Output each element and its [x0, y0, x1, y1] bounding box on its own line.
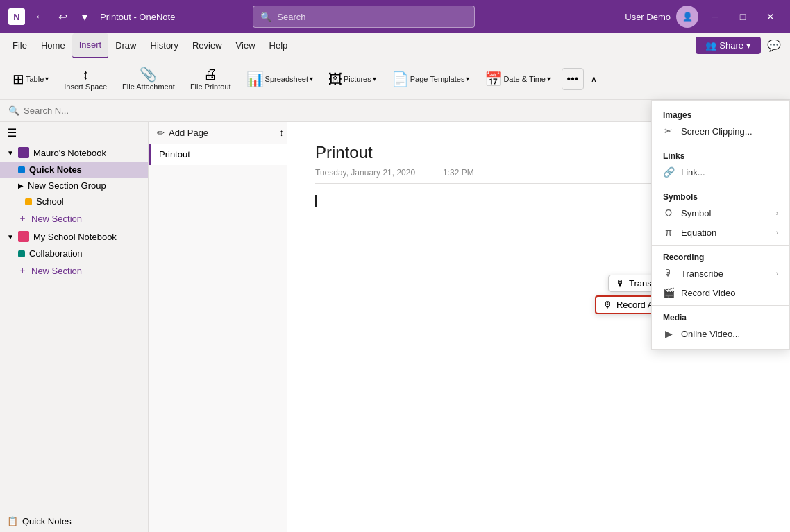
dropdown-online-video[interactable]: ▶ Online Video... — [652, 324, 789, 343]
bottom-icon: 📋 — [7, 516, 18, 526]
screen-clipping-label: Screen Clipping... — [681, 126, 753, 137]
title-bar-right: User Demo 👤 ─ □ ✕ — [625, 6, 782, 28]
share-button[interactable]: 👥 Share ▾ — [696, 37, 761, 54]
title-controls-left: ← ↩ ▾ — [31, 7, 94, 26]
title-search-box[interactable]: 🔍 — [253, 6, 475, 28]
menu-help[interactable]: Help — [262, 33, 295, 58]
menu-view[interactable]: View — [229, 33, 262, 58]
bottom-label: Quick Notes — [22, 516, 72, 526]
dropdown-transcribe[interactable]: 🎙 Transcribe › — [652, 264, 789, 283]
back-button[interactable]: ← — [31, 7, 50, 26]
separator-3 — [652, 245, 789, 246]
ribbon-file-printout[interactable]: 🖨 File Printout — [183, 61, 238, 97]
search-input[interactable] — [277, 12, 467, 22]
app-logo: N — [8, 8, 25, 25]
table-icon: ⊞ — [12, 72, 24, 86]
ribbon-page-templates[interactable]: 📄 Page Templates ▾ — [385, 61, 477, 97]
menu-insert[interactable]: Insert — [72, 33, 109, 58]
quick-notes-dot — [18, 166, 25, 173]
collaboration-dot — [18, 250, 25, 257]
collaboration-label: Collaboration — [29, 248, 83, 259]
close-button[interactable]: ✕ — [759, 6, 782, 28]
logo-text: N — [13, 12, 19, 22]
ribbon-file-attachment[interactable]: 📎 File Attachment — [115, 61, 182, 97]
equation-arrow: › — [776, 229, 778, 237]
ribbon: ⊞ Table ▾ ↕ Insert Space 📎 File Attachme… — [0, 58, 790, 100]
ribbon-table[interactable]: ⊞ Table ▾ — [6, 61, 56, 97]
sidebar-bottom-quick-notes[interactable]: 📋 Quick Notes — [0, 510, 148, 532]
dropdown-link[interactable]: 🔗 Link... — [652, 162, 789, 182]
separator-4 — [652, 305, 789, 306]
file-attachment-label: File Attachment — [122, 83, 175, 91]
dropdown-recording-title: Recording — [652, 248, 789, 264]
transcribe-label: Transcribe — [681, 268, 723, 279]
sidebar-item-school[interactable]: School — [0, 194, 148, 209]
dropdown-screen-clipping[interactable]: ✂ Screen Clipping... — [652, 121, 789, 141]
new-section-group-label: New Section Group — [28, 180, 106, 191]
page-templates-label: Page Templates — [410, 75, 465, 83]
sidebar-item-new-section-group[interactable]: ▶ New Section Group — [0, 178, 148, 194]
page-item-label: Printout — [159, 149, 190, 160]
redo-dropdown-button[interactable]: ▾ — [75, 7, 94, 26]
page-templates-dropdown-arrow: ▾ — [466, 75, 469, 83]
title-bar: N ← ↩ ▾ Printout - OneNote 🔍 User Demo 👤… — [0, 0, 790, 33]
dropdown-equation[interactable]: π Equation › — [652, 223, 789, 242]
minimize-button[interactable]: ─ — [704, 6, 726, 28]
username: User Demo — [625, 12, 671, 22]
dropdown-symbol[interactable]: Ω Symbol › — [652, 203, 789, 223]
pages-panel-header: ✏ Add Page ↕ — [149, 122, 287, 144]
section-search-input[interactable] — [24, 105, 162, 116]
ribbon-insert-space[interactable]: ↕ Insert Space — [57, 61, 114, 97]
menu-file[interactable]: File — [6, 33, 34, 58]
pages-panel: ✏ Add Page ↕ Printout — [149, 122, 287, 532]
page-item-printout[interactable]: Printout — [149, 144, 287, 165]
ribbon-pictures[interactable]: 🖼 Pictures ▾ — [321, 61, 383, 97]
more-icon: ••• — [567, 73, 579, 85]
share-icon: 👥 — [705, 40, 716, 51]
quick-notes-label: Quick Notes — [29, 164, 82, 175]
sidebar-item-quick-notes[interactable]: Quick Notes — [0, 162, 148, 178]
sidebar-toggle[interactable]: ☰ — [0, 122, 148, 144]
notebook-mauros[interactable]: ▼ Mauro's Notebook — [0, 144, 148, 162]
menu-share-area: 👥 Share ▾ 💬 — [696, 35, 784, 56]
undo-button[interactable]: ↩ — [53, 7, 72, 26]
add-page-button[interactable]: ✏ Add Page — [149, 122, 217, 144]
sidebar-item-collaboration[interactable]: Collaboration — [0, 246, 148, 261]
menu-history[interactable]: History — [144, 33, 185, 58]
dropdown-record-video[interactable]: 🎬 Record Video — [652, 283, 789, 302]
notebook-school-icon — [18, 231, 29, 242]
menu-review[interactable]: Review — [185, 33, 229, 58]
pictures-icon: 🖼 — [328, 72, 342, 86]
date-time-label: Date & Time — [503, 75, 546, 83]
ribbon-more-button[interactable]: ••• — [562, 68, 584, 90]
maximize-button[interactable]: □ — [732, 6, 754, 28]
sidebar-item-new-section-1[interactable]: ＋ New Section — [0, 209, 148, 228]
pictures-dropdown-arrow: ▾ — [373, 75, 376, 83]
date-time-dropdown-arrow: ▾ — [547, 75, 551, 83]
sidebar-item-new-section-2[interactable]: ＋ New Section — [0, 261, 148, 280]
menu-draw[interactable]: Draw — [108, 33, 143, 58]
ribbon-collapse-button[interactable]: ∧ — [588, 71, 600, 87]
ribbon-spreadsheet[interactable]: 📊 Spreadsheet ▾ — [239, 61, 320, 97]
page-date: Tuesday, January 21, 2020 — [315, 168, 415, 178]
collapse-icon: ∧ — [591, 74, 597, 84]
file-printout-icon: 🖨 — [203, 67, 217, 81]
add-page-label: Add Page — [169, 128, 208, 138]
page-time: 1:32 PM — [443, 168, 474, 178]
dropdown-symbols-title: Symbols — [652, 188, 789, 203]
dropdown-media-title: Media — [652, 309, 789, 324]
search-icon: 🔍 — [260, 12, 271, 22]
insert-space-icon: ↕ — [82, 67, 89, 81]
dropdown-menu: Images ✂ Screen Clipping... Links 🔗 Link… — [651, 100, 790, 350]
screen-clipping-icon: ✂ — [663, 126, 674, 137]
spreadsheet-dropdown-arrow: ▾ — [310, 75, 313, 83]
sidebar: ☰ ▼ Mauro's Notebook Quick Notes ▶ New S… — [0, 122, 149, 532]
menu-home[interactable]: Home — [34, 33, 72, 58]
avatar: 👤 — [676, 6, 698, 28]
sort-pages-button[interactable]: ↕ — [276, 125, 287, 141]
notebook-school[interactable]: ▼ My School Notebook — [0, 228, 148, 246]
feedback-button[interactable]: 💬 — [764, 35, 784, 56]
avatar-initials: 👤 — [682, 12, 693, 22]
ribbon-date-time[interactable]: 📅 Date & Time ▾ — [478, 61, 557, 97]
school-dot — [25, 198, 32, 205]
